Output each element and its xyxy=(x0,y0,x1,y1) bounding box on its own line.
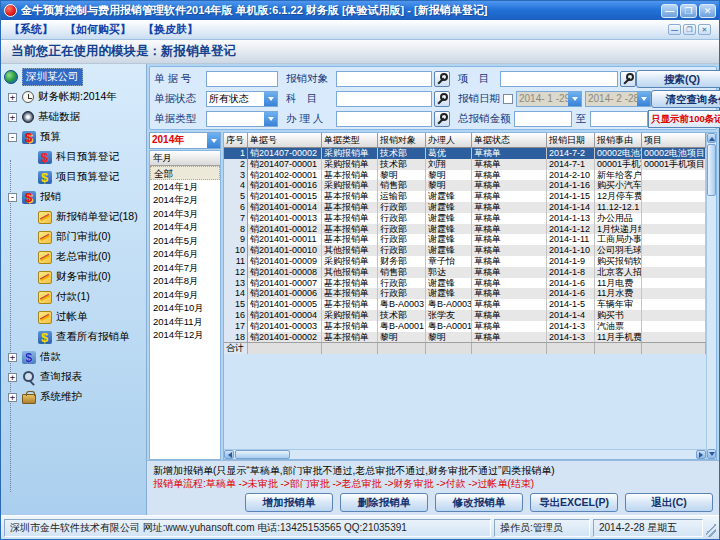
table-row[interactable]: 17销201401-00003基本报销单粤B-A0001粤B-A0001草稿单2… xyxy=(224,321,706,332)
tree-item[interactable]: 财务审批(0) xyxy=(3,267,146,287)
month-item[interactable]: 2014年3月 xyxy=(150,207,220,221)
target-lookup-icon[interactable] xyxy=(434,71,450,87)
tree-item[interactable]: +系统维护 xyxy=(3,387,146,407)
horizontal-scrollbar[interactable] xyxy=(224,449,706,459)
month-item[interactable]: 2014年6月 xyxy=(150,247,220,261)
tree-item[interactable]: +借款 xyxy=(3,347,146,367)
delete-bill-button[interactable]: 删除报销单 xyxy=(340,493,428,512)
mdi-minimize-icon[interactable]: — xyxy=(668,24,681,35)
table-row[interactable]: 3销201402-00001基本报销单黎明黎明草稿单2014-2-10新年给客户 xyxy=(224,170,706,181)
project-input[interactable] xyxy=(500,71,618,87)
tree-item[interactable]: -报销 xyxy=(3,187,146,207)
minimize-button[interactable]: — xyxy=(661,4,678,18)
tree-item[interactable]: 查看所有报销单 xyxy=(3,327,146,347)
amount-from-input[interactable] xyxy=(514,111,572,127)
year-select[interactable]: 2014年 xyxy=(149,132,221,149)
restore-button[interactable]: ❐ xyxy=(680,4,697,18)
month-item[interactable]: 2014年5月 xyxy=(150,234,220,248)
month-item[interactable]: 2014年2月 xyxy=(150,193,220,207)
tree-item[interactable]: 部门审批(0) xyxy=(3,227,146,247)
target-input[interactable] xyxy=(336,71,432,87)
handler-lookup-icon[interactable] xyxy=(434,111,450,127)
search-button[interactable]: 搜索(Q) xyxy=(636,70,720,88)
table-row[interactable]: 9销201401-00011基本报销单行政部谢霆锋草稿单2014-1-11工商局… xyxy=(224,234,706,245)
table-header-cell[interactable]: 单据号 xyxy=(248,133,322,148)
tree-item[interactable]: 付款(1) xyxy=(3,287,146,307)
table-row[interactable]: 4销201401-00016采购报销单销售部黎明草稿单2014-1-16购买小汽… xyxy=(224,180,706,191)
record-limit-select[interactable]: 只显示前100条记录 xyxy=(648,110,720,128)
vertical-scrollbar[interactable] xyxy=(706,133,716,459)
table-row[interactable]: 15销201401-00005基本报销单粤B-A0003粤B-A0003草稿单2… xyxy=(224,299,706,310)
month-item[interactable]: 全部 xyxy=(150,166,220,180)
table-row[interactable]: 16销201401-00004采购报销单技术部张学友草稿单2014-1-4购买书 xyxy=(224,310,706,321)
table-row[interactable]: 14销201401-00006基本报销单行政部谢霆锋草稿单2014-1-611月… xyxy=(224,288,706,299)
vertical-scroll-thumb[interactable] xyxy=(707,144,716,196)
export-excel-button[interactable]: 导出EXCEL(P) xyxy=(530,493,618,512)
table-row[interactable]: 2销201407-00001采购报销单技术部刘翔草稿单2014-7-100001… xyxy=(224,159,706,170)
table-header-cell[interactable]: 单据状态 xyxy=(472,133,547,148)
date-to-select[interactable]: 2014- 2 -28 xyxy=(585,91,651,107)
subject-input[interactable] xyxy=(336,91,432,107)
table-header-cell[interactable]: 单据类型 xyxy=(322,133,378,148)
tree-item[interactable]: +基础数据 xyxy=(3,107,146,127)
expand-plus-icon[interactable]: + xyxy=(8,113,17,122)
scroll-down-icon[interactable] xyxy=(707,449,716,459)
clear-query-button[interactable]: 清空查询条件 xyxy=(651,90,720,108)
table-row[interactable]: 18销201401-00002基本报销单黎明黎明草稿单2014-1-311月手机… xyxy=(224,332,706,343)
tree-item[interactable]: +财务帐期:2014年 xyxy=(3,87,146,107)
month-item[interactable]: 2014年7月 xyxy=(150,261,220,275)
tree-item[interactable]: 老总审批(0) xyxy=(3,247,146,267)
tree-item[interactable]: 过帐单 xyxy=(3,307,146,327)
collapse-minus-icon[interactable]: - xyxy=(8,193,17,202)
chevron-down-icon[interactable] xyxy=(264,112,277,126)
table-header-cell[interactable]: 报销事由 xyxy=(595,133,642,148)
menu-how-to-buy[interactable]: 【如何购买】 xyxy=(65,22,131,37)
chevron-down-icon[interactable] xyxy=(637,92,650,106)
chevron-down-icon[interactable] xyxy=(568,92,581,106)
table-row[interactable]: 10销201401-00010其他报销单行政部谢霆锋草稿单2014-1-10公司… xyxy=(224,245,706,256)
resize-grip[interactable] xyxy=(706,519,716,537)
chevron-down-icon[interactable] xyxy=(207,133,220,148)
table-header-cell[interactable]: 办理人 xyxy=(426,133,472,148)
table-header-cell[interactable]: 序号 xyxy=(224,133,248,148)
modify-bill-button[interactable]: 修改报销单 xyxy=(435,493,523,512)
expand-plus-icon[interactable]: + xyxy=(8,373,17,382)
scroll-right-icon[interactable] xyxy=(696,450,706,459)
month-item[interactable]: 2014年8月 xyxy=(150,274,220,288)
mdi-restore-icon[interactable]: ❐ xyxy=(683,24,696,35)
table-row[interactable]: 6销201401-00014基本报销单行政部谢霆锋草稿单2014-1-1411.… xyxy=(224,202,706,213)
chevron-down-icon[interactable] xyxy=(264,92,277,106)
tree-item[interactable]: +查询报表 xyxy=(3,367,146,387)
table-row[interactable]: 8销201401-00012基本报销单行政部谢霆锋草稿单2014-1-121月快… xyxy=(224,224,706,235)
scroll-up-icon[interactable] xyxy=(707,133,716,143)
exit-button[interactable]: 退出(C) xyxy=(625,493,713,512)
tree-item[interactable]: -预算 xyxy=(3,127,146,147)
table-header-cell[interactable]: 报销对象 xyxy=(378,133,426,148)
expand-plus-icon[interactable]: + xyxy=(8,393,17,402)
scroll-left-icon[interactable] xyxy=(224,450,234,459)
table-header-cell[interactable]: 报销日期 xyxy=(547,133,595,148)
tree-item[interactable]: 科目预算登记 xyxy=(3,147,146,167)
tree-item-company[interactable]: 深圳某公司 xyxy=(3,67,146,87)
status-select[interactable]: 所有状态 xyxy=(206,91,278,107)
amount-to-input[interactable] xyxy=(590,111,648,127)
collapse-minus-icon[interactable]: - xyxy=(8,133,17,142)
date-from-select[interactable]: 2014- 1 -29 xyxy=(516,91,582,107)
add-bill-button[interactable]: 增加报销单 xyxy=(245,493,333,512)
menu-system[interactable]: 【系统】 xyxy=(9,22,53,37)
type-select[interactable] xyxy=(206,111,278,127)
bill-no-input[interactable] xyxy=(206,71,278,87)
table-row[interactable]: 5销201401-00015基本报销单运输部谢霆锋草稿单2014-1-1512月… xyxy=(224,191,706,202)
table-row[interactable]: 13销201401-00007基本报销单行政部谢霆锋草稿单2014-1-611月… xyxy=(224,278,706,289)
handler-input[interactable] xyxy=(336,111,432,127)
close-button[interactable]: ✕ xyxy=(699,4,716,18)
month-item[interactable]: 2014年11月 xyxy=(150,315,220,329)
table-header-cell[interactable]: 项目 xyxy=(642,133,706,148)
table-row[interactable]: 7销201401-00013基本报销单行政部谢霆锋草稿单2014-1-13办公用… xyxy=(224,213,706,224)
month-item[interactable]: 2014年1月 xyxy=(150,180,220,194)
menu-change-skin[interactable]: 【换皮肤】 xyxy=(143,22,198,37)
project-lookup-icon[interactable] xyxy=(620,71,636,87)
date-checkbox[interactable] xyxy=(503,94,513,104)
company-label[interactable]: 深圳某公司 xyxy=(22,68,83,86)
month-item[interactable]: 2014年9月 xyxy=(150,288,220,302)
